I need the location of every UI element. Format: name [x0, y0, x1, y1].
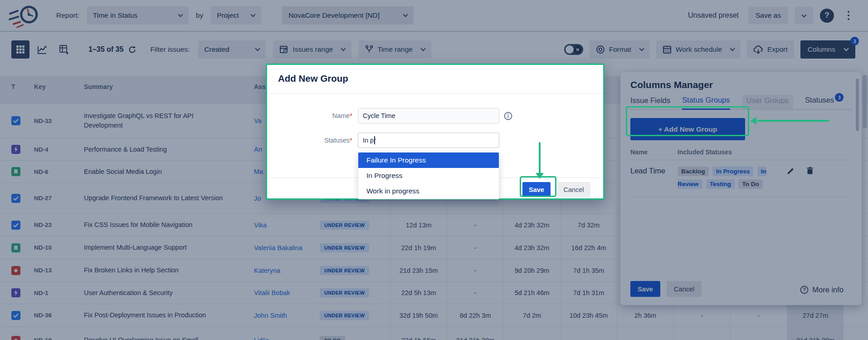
modal-save-button[interactable]: Save — [522, 182, 551, 197]
statuses-search-input[interactable] — [358, 133, 499, 148]
group-name-input[interactable] — [358, 108, 499, 123]
add-new-group-modal: Add New Group Name* Statuses* — [266, 64, 605, 200]
divider — [267, 93, 603, 94]
dropdown-option[interactable]: In Progress — [358, 168, 499, 183]
info-icon — [504, 112, 512, 120]
modal-title: Add New Group — [267, 65, 603, 84]
modal-cancel-button[interactable]: Cancel — [557, 182, 590, 197]
dropdown-option[interactable]: Failure In Progress — [358, 153, 499, 168]
text-cursor — [374, 136, 375, 144]
dropdown-option[interactable]: Work in progress — [358, 183, 499, 199]
name-field-label: Name* — [267, 112, 352, 119]
statuses-dropdown: Failure In ProgressIn ProgressWork in pr… — [358, 152, 499, 199]
statuses-field-label: Statuses* — [267, 137, 352, 144]
